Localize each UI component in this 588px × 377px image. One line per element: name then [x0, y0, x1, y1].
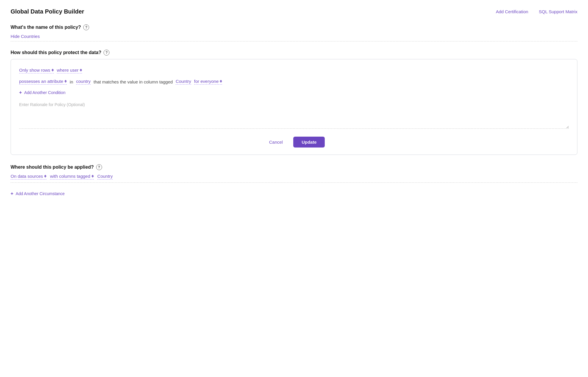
- only-show-rows-dropdown[interactable]: Only show rows: [19, 68, 54, 73]
- add-circumstance-label: Add Another Circumstance: [16, 191, 65, 196]
- chevron-up-icon-3: [64, 80, 67, 81]
- protection-help-icon[interactable]: ?: [104, 50, 109, 56]
- page-title: Global Data Policy Builder: [11, 8, 84, 15]
- add-circumstance-row[interactable]: + Add Another Circumstance: [11, 191, 577, 196]
- sql-support-matrix-link[interactable]: SQL Support Matrix: [539, 9, 577, 14]
- condition-row-2: possesses an attribute in country that m…: [19, 79, 569, 85]
- with-columns-tagged-chevron: [91, 175, 94, 177]
- add-circumstance-plus-icon: +: [11, 191, 13, 196]
- where-user-dropdown[interactable]: where user: [57, 68, 82, 73]
- chevron-down-icon: [51, 70, 54, 71]
- name-divider: [11, 41, 577, 41]
- only-show-rows-chevron: [51, 69, 54, 71]
- cancel-button[interactable]: Cancel: [263, 137, 289, 148]
- possesses-attribute-label: possesses an attribute: [19, 79, 63, 84]
- card-actions: Cancel Update: [19, 137, 569, 148]
- where-divider: [11, 182, 577, 183]
- policy-card: Only show rows where user possesses an a…: [11, 59, 577, 155]
- chevron-up-icon-6: [91, 175, 94, 176]
- add-condition-row[interactable]: + Add Another Condition: [19, 90, 569, 95]
- update-button[interactable]: Update: [293, 137, 325, 148]
- add-condition-plus-icon: +: [19, 90, 22, 95]
- header: Global Data Policy Builder Add Certifica…: [11, 8, 577, 15]
- chevron-up-icon: [51, 69, 54, 70]
- chevron-up-icon-2: [80, 69, 82, 70]
- chevron-down-icon-4: [220, 81, 222, 83]
- that-matches-text: that matches the value in column tagged: [94, 79, 173, 84]
- protection-question: How should this policy protect the data?: [11, 50, 101, 55]
- country-column-value[interactable]: Country: [176, 79, 191, 85]
- add-condition-label: Add Another Condition: [24, 90, 65, 95]
- where-user-label: where user: [57, 68, 79, 73]
- where-question: Where should this policy be applied?: [11, 165, 94, 170]
- policy-name-question: What's the name of this policy?: [11, 25, 81, 30]
- policy-name-section-label: What's the name of this policy? ?: [11, 24, 577, 30]
- in-text: in: [70, 79, 73, 84]
- with-columns-tagged-label: with columns tagged: [50, 174, 90, 179]
- for-everyone-chevron: [220, 80, 222, 83]
- on-data-sources-dropdown[interactable]: On data sources: [11, 174, 46, 180]
- policy-name-value[interactable]: Hide Countries: [11, 34, 577, 39]
- with-columns-tagged-dropdown[interactable]: with columns tagged: [50, 174, 94, 180]
- add-certification-link[interactable]: Add Certification: [496, 9, 528, 14]
- chevron-down-icon-6: [91, 176, 94, 177]
- only-show-rows-label: Only show rows: [19, 68, 50, 73]
- for-everyone-dropdown[interactable]: for everyone: [194, 79, 222, 85]
- chevron-down-icon-2: [80, 70, 82, 71]
- policy-name-help-icon[interactable]: ?: [83, 24, 89, 30]
- rationale-textarea[interactable]: [19, 102, 569, 129]
- chevron-down-icon-3: [64, 81, 67, 83]
- where-user-chevron: [80, 69, 82, 71]
- on-data-sources-label: On data sources: [11, 174, 43, 179]
- header-links: Add Certification SQL Support Matrix: [496, 9, 577, 14]
- for-everyone-label: for everyone: [194, 79, 219, 84]
- chevron-down-icon-5: [44, 176, 46, 177]
- where-row-1: On data sources with columns tagged Coun…: [11, 174, 577, 180]
- condition-row-1: Only show rows where user: [19, 68, 569, 73]
- possesses-attribute-chevron: [64, 80, 67, 83]
- possesses-attribute-dropdown[interactable]: possesses an attribute: [19, 79, 67, 85]
- on-data-sources-chevron: [44, 175, 46, 177]
- protection-section-label: How should this policy protect the data?…: [11, 50, 577, 56]
- where-country-value[interactable]: Country: [97, 174, 113, 180]
- where-help-icon[interactable]: ?: [96, 164, 102, 170]
- where-section-label: Where should this policy be applied? ?: [11, 164, 577, 170]
- chevron-up-icon-4: [220, 80, 222, 81]
- where-section: On data sources with columns tagged Coun…: [11, 174, 577, 196]
- country-attr-value[interactable]: country: [76, 79, 91, 85]
- chevron-up-icon-5: [44, 175, 46, 176]
